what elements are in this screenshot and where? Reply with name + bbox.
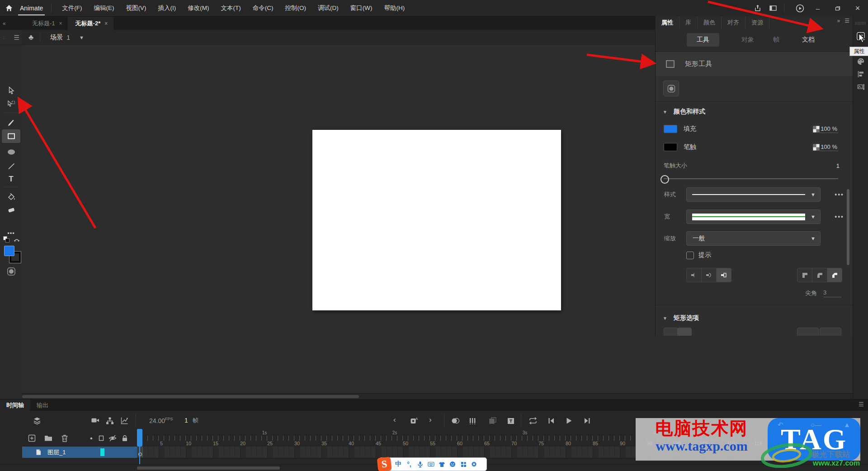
rectangle-tool[interactable]: [2, 129, 20, 143]
camera-icon[interactable]: [91, 416, 100, 424]
parenting-view-icon[interactable]: [105, 416, 114, 425]
dock-align-icon[interactable]: [855, 69, 866, 80]
dock-properties-icon[interactable]: [855, 31, 866, 42]
miter-value[interactable]: 3: [823, 289, 841, 297]
menu-item[interactable]: 文本(T): [215, 0, 247, 16]
slider-knob[interactable]: [660, 175, 669, 184]
menu-item[interactable]: 调试(D): [312, 0, 344, 16]
join-bevel-button[interactable]: [827, 268, 842, 282]
ime-punctuation[interactable]: °,: [404, 461, 415, 468]
scale-dropdown[interactable]: 一般 ▼: [686, 231, 821, 246]
panel-tab[interactable]: 颜色: [698, 16, 722, 29]
width-profile-dropdown[interactable]: ▼: [686, 209, 821, 224]
home-icon[interactable]: [5, 4, 14, 13]
stroke-alpha-value[interactable]: 100 %: [820, 143, 838, 151]
panel-menu-icon[interactable]: ☰: [844, 18, 849, 24]
ime-toolbox-icon[interactable]: [458, 461, 469, 467]
test-movie-icon[interactable]: [795, 4, 805, 13]
menu-item[interactable]: 窗口(W): [344, 0, 378, 16]
panel-tab[interactable]: 属性: [656, 16, 679, 29]
fps-value[interactable]: 24.00FPS: [149, 417, 173, 424]
tab-close-icon[interactable]: ×: [104, 20, 108, 27]
loop-playback-icon[interactable]: [528, 416, 538, 425]
timeline-tab[interactable]: 时间轴: [0, 400, 30, 411]
tab-close-icon[interactable]: ×: [59, 20, 62, 27]
canvas-horizontal-scrollbar[interactable]: [22, 393, 853, 400]
line-tool[interactable]: [2, 159, 20, 173]
default-colors-icon[interactable]: [3, 236, 11, 244]
new-folder-icon[interactable]: [44, 434, 53, 442]
current-frame-value[interactable]: 1: [184, 417, 188, 424]
subtab-document[interactable]: 文档: [792, 33, 825, 47]
ime-emoji-icon[interactable]: [447, 461, 458, 467]
corner-radius-button[interactable]: [664, 328, 678, 336]
alpha-checker-icon[interactable]: [813, 144, 820, 151]
layer-view-icon[interactable]: [33, 416, 42, 425]
cap-none-button[interactable]: [687, 268, 702, 282]
hints-checkbox[interactable]: [686, 252, 694, 259]
ime-keyboard-icon[interactable]: [425, 461, 436, 467]
cap-round-button[interactable]: [702, 268, 717, 282]
alpha-checker-icon[interactable]: [813, 126, 820, 133]
menu-item[interactable]: 修改(M): [182, 0, 215, 16]
edit-multiple-frames-icon[interactable]: [488, 416, 497, 425]
step-forward-icon[interactable]: [583, 416, 592, 425]
object-drawing-toggle[interactable]: [2, 265, 20, 278]
subselection-tool[interactable]: [2, 97, 20, 111]
new-layer-icon[interactable]: [28, 434, 36, 442]
stroke-size-slider[interactable]: [656, 172, 853, 186]
delete-layer-icon[interactable]: [61, 434, 69, 442]
toolbar-menu-icon[interactable]: ☰: [14, 34, 19, 41]
fill-alpha-value[interactable]: 100 %: [820, 125, 838, 133]
edit-scene-icon[interactable]: ♣: [28, 33, 33, 42]
close-button[interactable]: ×: [851, 1, 864, 15]
rect-options-section-header[interactable]: ▼ 矩形选项: [656, 311, 853, 325]
collapse-tabs-icon[interactable]: «: [0, 17, 25, 30]
fill-color-swatch[interactable]: [664, 125, 677, 133]
paint-bucket-tool[interactable]: [2, 190, 20, 204]
stage[interactable]: [312, 130, 561, 310]
brush-tool[interactable]: [2, 116, 20, 129]
text-tool[interactable]: T: [2, 172, 20, 186]
menu-item[interactable]: 文件(F): [56, 0, 88, 16]
oval-tool[interactable]: [2, 145, 20, 159]
layer-row[interactable]: 图层_1: [22, 447, 137, 458]
document-tab[interactable]: 无标题-1 ×: [25, 17, 68, 30]
join-miter-button[interactable]: [797, 268, 812, 282]
highlight-dot-icon[interactable]: [89, 434, 94, 442]
color-style-section-header[interactable]: ▼ 颜色和样式: [656, 105, 853, 119]
previous-keyframe-icon[interactable]: ‹: [393, 415, 396, 424]
step-back-icon[interactable]: [547, 416, 556, 425]
panel-scrollbar-thumb[interactable]: [847, 189, 849, 265]
toolbar-drag-handle[interactable]: ::: [3, 37, 5, 38]
menu-item[interactable]: 命令(C): [247, 0, 279, 16]
menu-item[interactable]: 视图(V): [120, 0, 152, 16]
lock-layers-icon[interactable]: [121, 434, 129, 442]
play-icon[interactable]: [564, 416, 573, 425]
dock-drag-handle[interactable]: ||||||||: [855, 21, 866, 25]
scrollbar-thumb[interactable]: [22, 395, 359, 398]
share-icon[interactable]: [753, 4, 762, 13]
menu-item[interactable]: 编辑(E): [88, 0, 120, 16]
playhead[interactable]: [137, 429, 142, 447]
onion-skin-icon[interactable]: [450, 416, 460, 425]
object-drawing-mode-button[interactable]: [663, 81, 679, 96]
menu-item[interactable]: 插入(I): [152, 0, 182, 16]
scrollbar-thumb[interactable]: [137, 466, 280, 470]
ime-chinese-mode[interactable]: 中: [393, 460, 404, 468]
sogou-logo[interactable]: S: [377, 457, 392, 471]
swap-colors-icon[interactable]: [13, 236, 20, 243]
panel-toggle-icon[interactable]: [769, 4, 778, 13]
outline-column-icon[interactable]: [98, 434, 104, 442]
ime-mic-icon[interactable]: [415, 461, 425, 468]
menu-item[interactable]: 帮助(H): [378, 0, 411, 16]
restore-button[interactable]: [831, 1, 844, 15]
minimize-button[interactable]: –: [811, 1, 825, 15]
dock-color-icon[interactable]: [855, 56, 866, 67]
next-keyframe-icon[interactable]: ›: [429, 415, 432, 424]
panel-tab[interactable]: 库: [679, 16, 698, 29]
document-tab[interactable]: 无标题-2* ×: [68, 17, 114, 30]
corner-value-field[interactable]: [797, 328, 819, 336]
stroke-color-swatch[interactable]: [664, 143, 677, 151]
corner-value-field[interactable]: [820, 328, 841, 336]
